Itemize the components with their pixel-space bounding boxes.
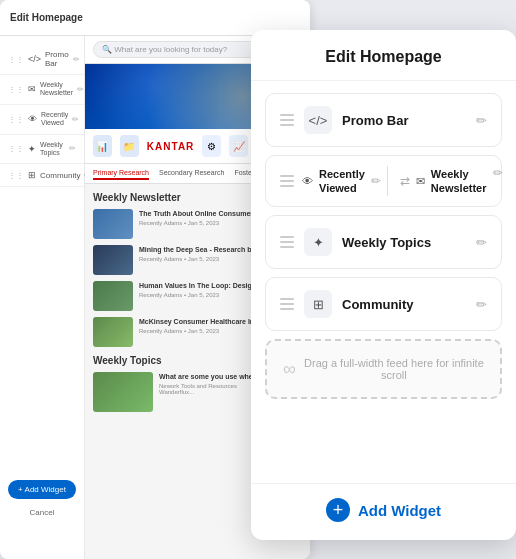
widget-item-weekly-topics[interactable]: ✦ Weekly Topics ✏ — [265, 215, 502, 269]
promo-bar-drag-handle[interactable] — [280, 114, 294, 126]
community-edit-icon[interactable]: ✏ — [476, 297, 487, 312]
bg-sidebar-weekly-topics: ⋮⋮ ✦ WeeklyTopics ✏ — [0, 135, 84, 165]
promo-bar-label: Promo Bar — [342, 113, 466, 128]
drag-dots-icon: ⋮⋮ — [8, 85, 24, 94]
bg-nav-icon-3: ⚙ — [202, 135, 221, 157]
bg-thumb-1 — [93, 209, 133, 239]
edit-panel-footer: + Add Widget — [251, 483, 516, 540]
recently-viewed-edit-icon[interactable]: ✏ — [371, 174, 381, 188]
widget-item-recently-weekly[interactable]: 👁 RecentlyViewed ✏ ⇄ ✉ WeeklyNewsletter … — [265, 155, 502, 207]
infinite-scroll-icon: ∞ — [283, 359, 296, 380]
split-col-weekly-newsletter: ✉ WeeklyNewsletter — [416, 166, 487, 196]
community-drag-handle[interactable] — [280, 298, 294, 310]
add-widget-button[interactable]: + Add Widget — [326, 498, 441, 522]
split-divider — [387, 166, 388, 196]
bg-nav-icon-1: 📊 — [93, 135, 112, 157]
bg-thumb-5 — [93, 372, 153, 412]
bg-thumb-3 — [93, 281, 133, 311]
split-col-recently-viewed: 👁 RecentlyViewed ✏ — [302, 166, 381, 196]
weekly-topics-icon: ✦ — [304, 228, 332, 256]
community-icon: ⊞ — [304, 290, 332, 318]
bg-sidebar-community: ⋮⋮ ⊞ Community ✏ — [0, 164, 84, 187]
weekly-newsletter-label: WeeklyNewsletter — [431, 167, 487, 196]
bg-thumb-4 — [93, 317, 133, 347]
bg-nav-icon-4: 📈 — [229, 135, 248, 157]
promo-bar-icon: </> — [304, 106, 332, 134]
recently-viewed-label: RecentlyViewed — [319, 167, 365, 196]
split-content: 👁 RecentlyViewed ✏ ⇄ ✉ WeeklyNewsletter … — [302, 166, 503, 196]
drop-zone: ∞ Drag a full-width feed here for infini… — [265, 339, 502, 399]
weekly-topics-drag-handle[interactable] — [280, 236, 294, 248]
drag-dots-icon: ⋮⋮ — [8, 115, 24, 124]
bg-sidebar-promo: ⋮⋮ </> Promo Bar ✏ — [0, 44, 84, 75]
weekly-newsletter-icon: ✉ — [416, 175, 425, 188]
widget-item-promo-bar[interactable]: </> Promo Bar ✏ — [265, 93, 502, 147]
drag-dots-icon: ⋮⋮ — [8, 55, 24, 64]
weekly-topics-label: Weekly Topics — [342, 235, 466, 250]
recently-weekly-drag-handle[interactable] — [280, 175, 294, 187]
edit-panel-body: </> Promo Bar ✏ 👁 RecentlyViewed ✏ ⇄ — [251, 81, 516, 483]
bg-sidebar: ⋮⋮ </> Promo Bar ✏ ⋮⋮ ✉ WeeklyNewsletter… — [0, 36, 85, 559]
edit-panel-header: Edit Homepage — [251, 30, 516, 81]
drag-dots-icon: ⋮⋮ — [8, 171, 24, 180]
weekly-topics-edit-icon[interactable]: ✏ — [476, 235, 487, 250]
bg-nav-logo: KANTAR — [147, 141, 194, 152]
bg-nav-tab-secondary: Secondary Research — [159, 167, 224, 180]
add-widget-label: Add Widget — [358, 502, 441, 519]
bg-nav-icon-2: 📁 — [120, 135, 139, 157]
edit-panel-title: Edit Homepage — [325, 48, 441, 65]
bg-top-bar-title: Edit Homepage — [10, 12, 83, 23]
community-label: Community — [342, 297, 466, 312]
promo-bar-edit-icon[interactable]: ✏ — [476, 113, 487, 128]
edit-homepage-panel: Edit Homepage </> Promo Bar ✏ 👁 Recently… — [251, 30, 516, 540]
bg-add-widget-button[interactable]: + Add Widget — [8, 480, 76, 499]
split-arrows: ⇄ — [394, 166, 410, 196]
bg-cancel-link[interactable]: Cancel — [0, 508, 84, 517]
drag-dots-icon: ⋮⋮ — [8, 144, 24, 153]
widget-item-community[interactable]: ⊞ Community ✏ — [265, 277, 502, 331]
bg-nav-tab-primary: Primary Research — [93, 167, 149, 180]
recently-viewed-icon: 👁 — [302, 175, 313, 187]
weekly-newsletter-edit-icon[interactable]: ✏ — [493, 166, 503, 196]
drop-zone-text: Drag a full-width feed here for infinite… — [304, 357, 484, 381]
bg-sidebar-newsletter: ⋮⋮ ✉ WeeklyNewsletter ✏ — [0, 75, 84, 105]
bg-thumb-2 — [93, 245, 133, 275]
bg-sidebar-recently-viewed: ⋮⋮ 👁 RecentlyViewed ✏ — [0, 105, 84, 135]
add-widget-plus-icon: + — [326, 498, 350, 522]
